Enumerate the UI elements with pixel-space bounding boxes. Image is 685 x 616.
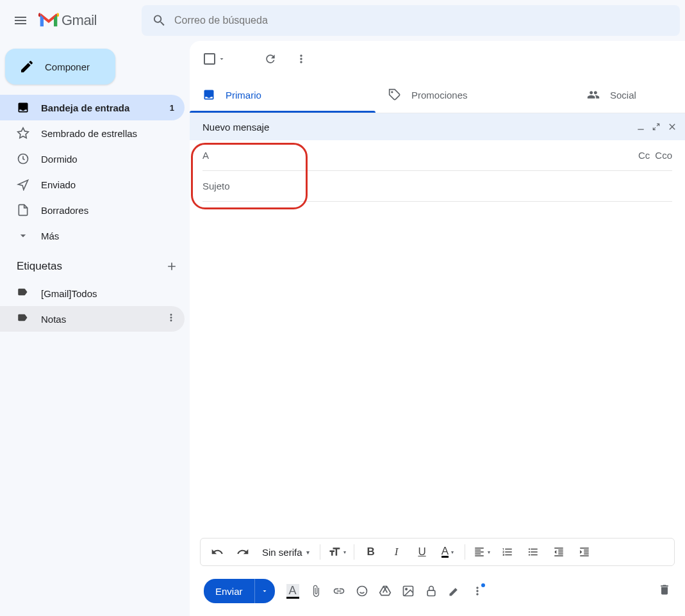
formatting-toggle-button[interactable]: A [286,584,299,599]
search-icon [152,13,167,28]
to-label: A [202,150,209,161]
sent-label: Enviado [41,179,177,190]
search-bar[interactable] [142,5,680,36]
link-button[interactable] [333,585,345,597]
inbox-tab-icon [202,88,215,101]
send-bar: Enviar A [190,571,685,616]
text-color-button[interactable]: A [436,540,459,563]
tab-social[interactable]: Social [574,77,685,113]
bulleted-list-button[interactable] [522,540,545,563]
font-size-button[interactable] [326,540,349,563]
signature-button[interactable] [448,585,461,597]
indent-more-icon [579,546,590,558]
checkbox-icon [204,53,215,65]
toolbar [190,41,685,77]
lock-clock-icon [425,585,438,597]
dropdown-arrow-icon [261,587,268,595]
compose-body[interactable] [190,202,685,538]
label-text: [Gmail]Todos [41,288,177,299]
label-icon [17,286,29,300]
send-options-dropdown[interactable] [254,579,275,603]
send-icon [17,178,29,191]
compose-panel: Nuevo mensaje A Cc Cco Sujeto [190,113,685,616]
refresh-icon [264,53,277,65]
to-field-row[interactable]: A Cc Cco [202,140,672,171]
inbox-icon [17,101,29,114]
redo-icon [236,546,249,558]
more-label: Más [41,231,177,241]
sidebar-item-more[interactable]: Más [0,223,185,248]
select-all-checkbox[interactable] [200,51,229,67]
sidebar-item-inbox[interactable]: Bandeja de entrada 1 [0,95,185,120]
indent-less-button[interactable] [547,540,570,563]
sidebar-item-drafts[interactable]: Borradores [0,197,185,223]
sidebar: Componer Bandeja de entrada 1 Sembrado d… [0,41,190,616]
numbered-list-icon [502,546,513,558]
sidebar-item-snoozed[interactable]: Dormido [0,146,185,172]
emoji-button[interactable] [356,585,368,597]
label-item-gmail-todos[interactable]: [Gmail]Todos [0,280,185,306]
starred-label: Sembrado de estrellas [41,128,177,139]
sidebar-item-sent[interactable]: Enviado [0,172,185,197]
cc-button[interactable]: Cc [638,150,650,161]
drive-button[interactable] [379,585,392,597]
search-input[interactable] [174,15,670,26]
star-icon [17,127,29,140]
dropdown-arrow-icon [218,55,226,63]
bold-button[interactable]: B [359,540,383,563]
text-size-icon [328,546,341,558]
confidential-button[interactable] [425,585,438,597]
plus-icon[interactable] [165,260,178,273]
pencil-icon [19,59,35,74]
people-icon [587,88,600,101]
inbox-label: Bandeja de entrada [41,102,170,113]
align-button[interactable] [470,540,493,563]
more-options-button[interactable] [471,585,484,597]
compose-title: Nuevo mensaje [202,122,269,133]
discard-draft-button[interactable] [658,583,671,599]
undo-icon [211,546,224,558]
insert-image-button[interactable] [402,585,415,597]
gmail-logo[interactable]: Gmail [36,12,97,29]
formatting-toolbar: Sin serifa ▾ B I U A [200,538,675,566]
label-item-notas[interactable]: Notas [0,306,185,332]
refresh-button[interactable] [258,46,283,72]
numbered-list-button[interactable] [496,540,519,563]
document-icon [17,204,29,216]
attach-button[interactable] [309,585,322,597]
tab-promotions[interactable]: Promociones [376,77,574,113]
sidebar-item-starred[interactable]: Sembrado de estrellas [0,120,185,146]
main-menu-button[interactable] [5,5,36,36]
tab-promotions-label: Promociones [411,90,468,101]
tab-primary[interactable]: Primario [190,77,376,113]
drive-icon [379,585,392,597]
compose-button[interactable]: Componer [5,49,115,85]
label-more-button[interactable] [165,312,177,326]
font-name: Sin serifa [262,547,302,558]
italic-button[interactable]: I [385,540,408,563]
compose-fields: A Cc Cco Sujeto [190,140,685,202]
bcc-button[interactable]: Cco [655,150,672,161]
close-icon [667,122,677,132]
align-icon [474,546,485,558]
divider [354,544,354,560]
indent-less-icon [553,546,565,558]
underline-button[interactable]: U [411,540,434,563]
redo-button[interactable] [231,540,254,563]
expand-button[interactable] [652,122,661,132]
undo-button[interactable] [206,540,229,563]
send-button[interactable]: Enviar [204,579,275,603]
subject-field-row[interactable]: Sujeto [202,171,672,202]
attachment-icon [309,585,322,597]
pen-icon [448,585,461,597]
send-label: Enviar [204,586,254,597]
bulleted-list-icon [527,546,539,558]
indent-more-button[interactable] [573,540,596,563]
font-select[interactable]: Sin serifa ▾ [257,547,315,558]
hamburger-icon [13,13,28,28]
compose-header: Nuevo mensaje [190,113,685,140]
image-icon [402,585,415,597]
minimize-button[interactable] [636,122,645,132]
more-menu-button[interactable] [288,46,314,72]
close-button[interactable] [667,122,677,132]
